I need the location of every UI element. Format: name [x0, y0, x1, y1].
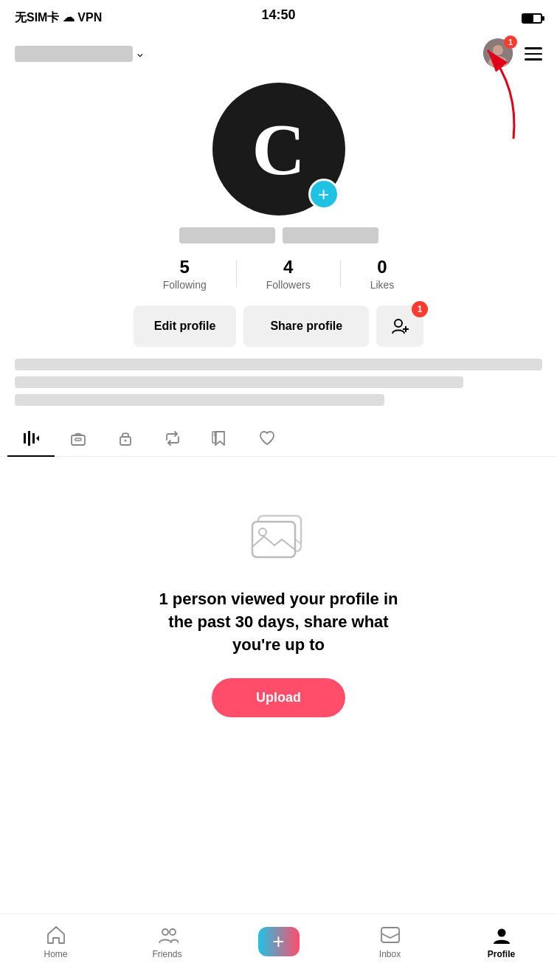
svg-rect-12	[75, 438, 81, 441]
svg-marker-10	[36, 435, 39, 441]
lock-icon	[117, 429, 134, 447]
tabs-row	[0, 421, 557, 457]
menu-button[interactable]	[525, 47, 542, 61]
home-icon	[45, 924, 67, 946]
status-carrier: 无SIM卡 ☁ VPN	[15, 10, 102, 26]
username-blur-1	[179, 227, 275, 244]
empty-state-icon	[242, 501, 316, 570]
nav-inbox-label: Inbox	[379, 949, 401, 959]
nav-inbox[interactable]: Inbox	[364, 924, 416, 959]
svg-rect-8	[28, 431, 30, 446]
followers-label: Followers	[266, 279, 311, 291]
bio-line-2	[15, 376, 463, 388]
avatar-large-container[interactable]: C +	[212, 83, 345, 215]
username-blur-2	[283, 227, 378, 244]
notification-badge: 1	[504, 35, 517, 49]
header: ⌵ 1	[0, 32, 557, 75]
likes-label: Likes	[370, 279, 395, 291]
username-blurred	[15, 46, 133, 62]
tab-grid[interactable]	[7, 421, 55, 456]
tab-shop[interactable]	[55, 421, 102, 456]
svg-point-14	[125, 440, 127, 442]
chevron-down-icon[interactable]: ⌵	[137, 49, 142, 59]
following-stat[interactable]: 5 Following	[134, 257, 236, 291]
username-display	[179, 227, 378, 244]
battery-fill	[523, 15, 533, 22]
tab-repost[interactable]	[149, 421, 196, 456]
friends-icon	[156, 924, 179, 946]
repost-icon	[164, 429, 181, 447]
view-message: 1 person viewed your profile in the past…	[153, 588, 404, 656]
nav-profile-label: Profile	[488, 949, 515, 959]
shop-icon	[69, 429, 87, 447]
tab-heart[interactable]	[243, 421, 291, 456]
header-username[interactable]: ⌵	[15, 46, 142, 62]
following-count: 5	[180, 257, 190, 277]
inbox-icon	[379, 924, 401, 946]
followers-count: 4	[283, 257, 293, 277]
svg-point-21	[170, 929, 176, 935]
add-friend-button[interactable]: 1	[376, 306, 423, 347]
profile-section: C + 5 Following 4 Followers 0 Likes Edit…	[0, 75, 557, 359]
tab-bookmark[interactable]	[196, 421, 243, 456]
bio-section	[0, 359, 557, 406]
add-photo-button[interactable]: +	[308, 179, 339, 210]
add-friend-badge: 1	[412, 301, 428, 317]
nav-add[interactable]: +	[253, 927, 305, 956]
grid-icon	[22, 429, 40, 447]
bio-line-1	[15, 359, 542, 370]
followers-stat[interactable]: 4 Followers	[237, 257, 340, 291]
add-friend-icon	[390, 316, 410, 337]
nav-profile[interactable]: Profile	[476, 924, 527, 959]
tab-lock[interactable]	[102, 421, 149, 456]
following-label: Following	[163, 279, 207, 291]
stats-row: 5 Following 4 Followers 0 Likes	[15, 257, 542, 291]
nav-friends-label: Friends	[152, 949, 181, 959]
svg-point-20	[162, 929, 168, 935]
empty-images-icon	[242, 501, 316, 567]
svg-rect-18	[252, 522, 295, 557]
bottom-nav: Home Friends + Inbox Profile	[0, 914, 557, 980]
svg-point-4	[395, 320, 402, 327]
likes-stat[interactable]: 0 Likes	[341, 257, 424, 291]
nav-friends[interactable]: Friends	[142, 924, 193, 959]
avatar-letter: C	[252, 107, 305, 192]
battery-icon	[522, 13, 542, 24]
upload-button[interactable]: Upload	[212, 678, 345, 717]
add-center-icon[interactable]: +	[258, 927, 300, 956]
bookmark-icon	[211, 429, 229, 447]
header-right: 1	[483, 38, 542, 69]
svg-rect-9	[32, 433, 35, 444]
profile-nav-icon	[491, 924, 513, 946]
status-time: 14:50	[261, 7, 295, 23]
share-profile-button[interactable]: Share profile	[243, 306, 369, 347]
bio-line-3	[15, 394, 384, 406]
svg-point-1	[493, 45, 503, 55]
avatar-container[interactable]: 1	[483, 38, 514, 69]
status-right	[522, 13, 542, 24]
status-bar: 无SIM卡 ☁ VPN 14:50	[0, 0, 557, 32]
likes-count: 0	[377, 257, 387, 277]
nav-home-label: Home	[44, 949, 67, 959]
heart-icon	[258, 429, 276, 447]
svg-rect-7	[24, 433, 26, 444]
buttons-row: Edit profile Share profile 1	[15, 306, 542, 347]
nav-home[interactable]: Home	[30, 924, 82, 959]
menu-line-2	[525, 53, 542, 55]
svg-point-23	[497, 928, 505, 936]
content-area: 1 person viewed your profile in the past…	[0, 457, 557, 739]
edit-profile-button[interactable]: Edit profile	[134, 306, 237, 347]
menu-line-3	[525, 58, 542, 61]
menu-line-1	[525, 47, 542, 49]
